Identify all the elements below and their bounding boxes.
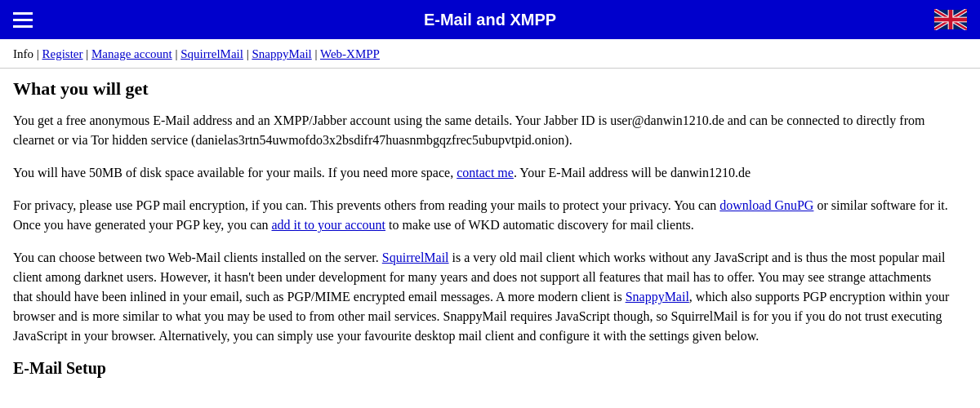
paragraph-2: You will have 50MB of disk space availab… <box>13 163 951 183</box>
navigation-bar: Info | Register | Manage account | Squir… <box>0 39 980 69</box>
paragraph-3: For privacy, please use PGP mail encrypt… <box>13 196 951 235</box>
page-header: E-Mail and XMPP <box>0 0 980 39</box>
section2-heading: E-Mail Setup <box>13 359 951 378</box>
nav-info-label: Info <box>13 47 33 60</box>
paragraph-4: You can choose between two Web-Mail clie… <box>13 248 951 346</box>
section1-heading: What you will get <box>13 78 951 100</box>
nav-register-link[interactable]: Register <box>42 47 83 60</box>
nav-webxmpp-link[interactable]: Web-XMPP <box>320 47 380 60</box>
hamburger-menu-icon[interactable] <box>13 12 33 28</box>
snappymail-body-link[interactable]: SnappyMail <box>626 290 689 304</box>
nav-snappymail-link[interactable]: SnappyMail <box>252 47 311 60</box>
squirrelmail-body-link[interactable]: SquirrelMail <box>382 251 449 264</box>
paragraph-1: You get a free anonymous E-Mail address … <box>13 111 951 150</box>
main-content: What you will get You get a free anonymo… <box>0 78 964 394</box>
add-to-account-link[interactable]: add it to your account <box>272 218 386 232</box>
language-flag-icon[interactable] <box>934 9 967 30</box>
nav-manage-account-link[interactable]: Manage account <box>91 47 172 60</box>
nav-squirrelmail-link[interactable]: SquirrelMail <box>180 47 243 60</box>
nav-separator-1: | <box>37 47 42 60</box>
download-gnupg-link[interactable]: download GnuPG <box>719 198 813 212</box>
contact-me-link[interactable]: contact me <box>457 166 514 180</box>
svg-rect-8 <box>949 10 953 29</box>
page-title: E-Mail and XMPP <box>424 11 556 29</box>
